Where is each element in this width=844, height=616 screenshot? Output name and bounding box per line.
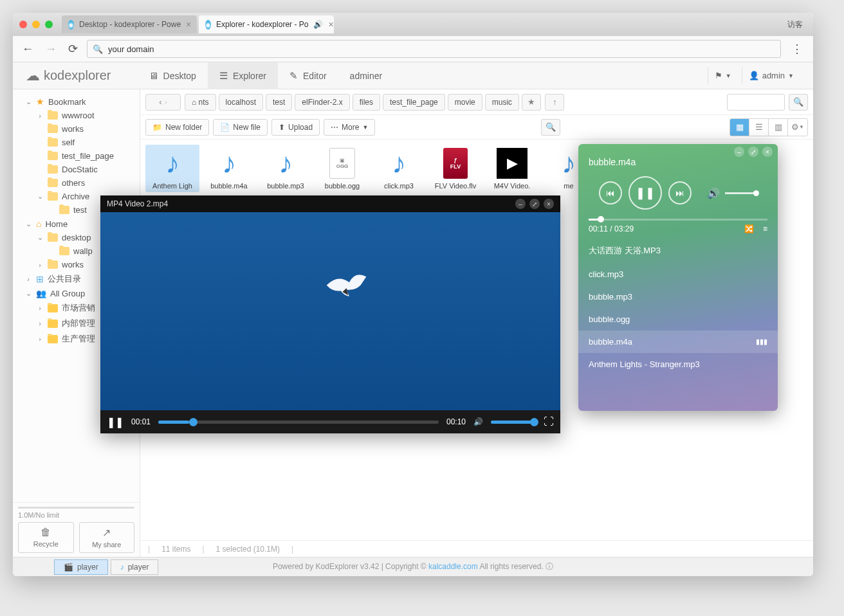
new-folder-button[interactable]: 📁New folder <box>145 119 209 136</box>
footer-link[interactable]: kalcaddle.com <box>428 562 478 571</box>
search-button[interactable]: 🔍 <box>789 94 808 111</box>
browser-tab[interactable]: ◉ Desktop - kodexplorer - Powe × <box>62 15 197 33</box>
view-list[interactable]: ☰ <box>749 119 769 136</box>
video-progress[interactable] <box>158 421 439 424</box>
maximize-icon[interactable]: ⤢ <box>748 147 758 157</box>
video-icon: 🎬 <box>64 563 73 572</box>
shuffle-icon[interactable]: 🔀 <box>744 224 754 233</box>
video-player[interactable]: MP4 Video 2.mp4 – ⤢ × ❚❚ 00:01 00:10 🔊 ⛶ <box>100 195 560 433</box>
footer: 🎬player ♪player Powered by KodExplorer v… <box>13 557 813 576</box>
audio-player[interactable]: – ⤢ × bubble.m4a ⏮ ❚❚ ⏭ 🔊 00:11 / 03:29 … <box>578 144 778 411</box>
minimize-icon[interactable]: – <box>515 199 526 209</box>
breadcrumb[interactable]: localhost <box>219 94 263 111</box>
folder-icon <box>48 179 58 187</box>
menu-explorer[interactable]: ☰Explorer <box>208 62 278 89</box>
audio-track[interactable]: 大话西游 天浴.MP3 <box>578 239 778 263</box>
pause-button[interactable]: ❚❚ <box>628 176 662 210</box>
view-grid[interactable]: ▦ <box>730 119 749 136</box>
volume-icon[interactable]: 🔊 <box>473 417 483 426</box>
file-item[interactable]: ▣OGGbubble.ogg <box>315 145 369 192</box>
browser-tab[interactable]: ◉ Explorer - kodexplorer - Po 🔊 × <box>199 15 334 33</box>
taskbar-player-audio[interactable]: ♪player <box>111 559 159 575</box>
bird-image <box>321 267 378 303</box>
share-icon: ↗ <box>102 527 111 539</box>
volume-icon[interactable]: 🔊 <box>707 187 720 199</box>
menu-desktop[interactable]: 🖥Desktop <box>137 62 208 89</box>
myshare-button[interactable]: ↗My share <box>79 522 135 553</box>
breadcrumb[interactable]: test <box>266 94 292 111</box>
audio-track[interactable]: click.mp3 <box>578 263 778 285</box>
file-item[interactable]: ƒFLVFLV Video.flv <box>428 145 482 192</box>
folder-icon <box>59 206 69 214</box>
chevron-down-icon: ▼ <box>788 73 794 79</box>
audio-track[interactable]: bubble.m4a▮▮▮ <box>578 331 778 353</box>
next-button[interactable]: ⏭ <box>668 181 692 204</box>
search-input[interactable] <box>727 94 785 111</box>
menu-adminer[interactable]: adminer <box>338 62 394 89</box>
audio-track[interactable]: bubble.ogg <box>578 308 778 331</box>
taskbar-player-video[interactable]: 🎬player <box>54 559 108 575</box>
close-icon[interactable] <box>19 21 27 28</box>
address-text: your domain <box>108 44 154 54</box>
prev-icon: ⏮ <box>606 188 615 198</box>
file-item[interactable]: ♪Anthem Ligh <box>145 145 199 192</box>
volume-slider[interactable] <box>725 192 757 194</box>
view-settings[interactable]: ⚙▼ <box>788 119 807 136</box>
audio-track[interactable]: Anthem Lights - Stranger.mp3 <box>578 353 778 376</box>
sidebar-item[interactable]: ›wwwroot <box>13 109 140 122</box>
file-item[interactable]: ♪bubble.mp3 <box>259 145 313 192</box>
prev-button[interactable]: ⏮ <box>599 181 622 204</box>
breadcrumb[interactable]: test_file_page <box>383 94 445 111</box>
close-icon[interactable]: × <box>544 199 554 209</box>
close-icon[interactable]: × <box>762 147 773 157</box>
back-icon[interactable]: ← <box>19 40 36 59</box>
playlist-icon[interactable]: ≡ <box>763 224 767 233</box>
maximize-icon[interactable] <box>45 21 53 28</box>
up-button[interactable]: ↑ <box>545 94 564 111</box>
view-columns[interactable]: ▥ <box>769 119 788 136</box>
maximize-icon[interactable]: ⤢ <box>529 199 540 209</box>
menu-editor[interactable]: ✎Editor <box>278 62 338 89</box>
video-title-bar[interactable]: MP4 Video 2.mp4 – ⤢ × <box>100 195 560 212</box>
file-icon: 📄 <box>220 123 230 132</box>
breadcrumb[interactable]: music <box>485 94 519 111</box>
breadcrumb[interactable]: movie <box>448 94 482 111</box>
star-button[interactable]: ★ <box>522 94 541 111</box>
info-icon[interactable]: ⓘ <box>546 562 553 571</box>
sidebar-item[interactable]: works <box>13 122 140 136</box>
user-button[interactable]: 👤admin▼ <box>742 67 800 84</box>
file-item[interactable]: ♪click.mp3 <box>372 145 426 192</box>
nav-back-forward[interactable]: ‹› <box>145 94 181 111</box>
minimize-icon[interactable] <box>32 21 40 28</box>
recycle-button[interactable]: 🗑Recycle <box>18 522 74 553</box>
search-toolbar-button[interactable]: 🔍 <box>541 119 560 136</box>
menu-icon[interactable]: ⋮ <box>787 42 807 56</box>
breadcrumb[interactable]: files <box>353 94 380 111</box>
reload-icon[interactable]: ⟳ <box>66 39 80 59</box>
volume-slider[interactable] <box>491 421 536 424</box>
more-button[interactable]: ⋯More▼ <box>324 119 375 136</box>
minimize-icon[interactable]: – <box>734 147 744 157</box>
pause-icon[interactable]: ❚❚ <box>107 416 124 428</box>
fullscreen-icon[interactable]: ⛶ <box>544 416 554 428</box>
file-item[interactable]: ▶M4V Video. <box>485 145 539 192</box>
file-item[interactable]: ♪bubble.m4a <box>202 145 256 192</box>
audio-track[interactable]: bubble.mp3 <box>578 285 778 308</box>
sidebar-item[interactable]: DocStatic <box>13 163 140 176</box>
new-file-button[interactable]: 📄New file <box>213 119 268 136</box>
video-canvas[interactable] <box>100 212 560 410</box>
breadcrumb[interactable]: elFinder-2.x <box>295 94 349 111</box>
crumb-home[interactable]: ⌂ nts <box>185 94 216 111</box>
flag-button[interactable]: ⚑▼ <box>708 67 738 84</box>
close-icon[interactable]: × <box>186 19 191 30</box>
sidebar-item[interactable]: test_file_page <box>13 149 140 163</box>
upload-button[interactable]: ⬆Upload <box>271 119 320 136</box>
sidebar-bookmark[interactable]: ⌄★Bookmark <box>13 95 140 109</box>
forward-icon[interactable]: → <box>42 40 59 59</box>
sidebar-item[interactable]: others <box>13 176 140 190</box>
close-icon[interactable]: × <box>328 19 333 30</box>
sidebar-item[interactable]: self <box>13 136 140 149</box>
sound-icon[interactable]: 🔊 <box>313 20 323 29</box>
address-bar[interactable]: 🔍 your domain <box>87 40 781 58</box>
audio-progress[interactable] <box>589 219 767 221</box>
